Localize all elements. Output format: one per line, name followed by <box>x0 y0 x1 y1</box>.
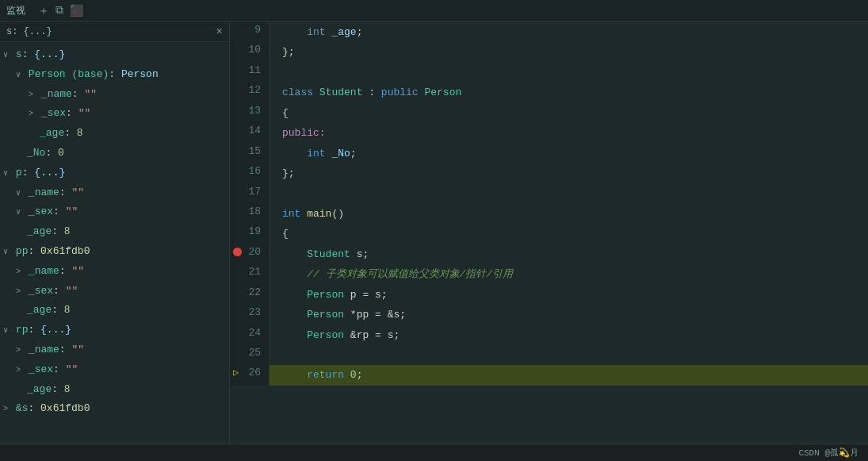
list-item[interactable]: > &s: 0x61fdb0 <box>0 399 229 419</box>
chevron-icon: > <box>29 90 33 99</box>
line-content: Person p = s; <box>270 285 868 305</box>
add-watch-icon[interactable]: ＋ <box>38 4 49 18</box>
line-content <box>270 63 868 83</box>
line-content: class Student : public Person <box>270 83 868 102</box>
collapse-icon[interactable]: ⬛ <box>70 4 83 18</box>
line-number: 9 <box>230 22 270 42</box>
line-content: int _age; <box>270 22 868 42</box>
code-line: 14 public: <box>230 123 868 143</box>
line-number: 15 <box>230 144 270 163</box>
code-line: 21 // 子类对象可以赋值给父类对象/指针/引用 <box>230 264 868 284</box>
panel-header: s: {...} × <box>0 22 229 42</box>
code-line: 20 Student s; <box>230 244 868 264</box>
list-item[interactable]: ∨ _name: "" <box>0 183 229 203</box>
list-item[interactable]: > _name: "" <box>0 262 229 282</box>
list-item[interactable]: ∨ Person (base): Person <box>0 65 229 85</box>
list-item[interactable]: ∨ s: {...} <box>0 45 229 65</box>
line-content: Person &rp = s; <box>270 325 868 345</box>
list-item[interactable]: > _sex: "" <box>0 360 229 380</box>
list-item[interactable]: > _name: "" <box>0 340 229 360</box>
list-item[interactable]: ∨ pp: 0x61fdb0 <box>0 242 229 262</box>
chevron-icon: > <box>3 405 8 413</box>
line-content: Student s; <box>270 244 868 264</box>
top-bar-title: 监视 <box>6 4 25 17</box>
code-line: 19 { <box>230 224 868 244</box>
chevron-icon: > <box>16 346 21 355</box>
line-number: 10 <box>230 42 270 62</box>
code-line: 24 Person &rp = s; <box>230 325 868 345</box>
list-item[interactable]: _No: 0 <box>0 144 229 163</box>
panel-close-button[interactable]: × <box>216 25 223 38</box>
code-editor: 9 int _age; 10 }; 11 12 class Student : … <box>230 22 868 386</box>
line-number-current: 26 <box>230 365 270 385</box>
line-content <box>270 184 868 204</box>
list-item[interactable]: ∨ _sex: "" <box>0 202 229 222</box>
list-item[interactable]: > _sex: "" <box>0 282 229 302</box>
line-content: { <box>270 103 868 123</box>
list-item[interactable]: ∨ rp: {...} <box>0 321 229 340</box>
code-line-current: 26 return 0; <box>230 365 868 385</box>
code-line: 15 int _No; <box>230 144 868 163</box>
line-content: return 0; <box>270 365 868 385</box>
left-panel: s: {...} × ∨ s: {...} ∨ Person (base): P… <box>0 22 230 444</box>
chevron-icon: ∨ <box>16 208 21 217</box>
line-number: 17 <box>230 184 270 204</box>
list-item[interactable]: _age: 8 <box>0 380 229 400</box>
line-number: 12 <box>230 83 270 102</box>
list-item[interactable]: _age: 8 <box>0 222 229 242</box>
code-line: 11 <box>230 63 868 83</box>
chevron-icon: ∨ <box>16 71 21 79</box>
breakpoint-dot <box>233 248 242 256</box>
list-item[interactable]: ∨ p: {...} <box>0 163 229 183</box>
chevron-icon: > <box>16 267 21 276</box>
top-bar: 监视 ＋ ⧉ ⬛ <box>0 0 868 22</box>
code-line: 12 class Student : public Person <box>230 83 868 102</box>
line-number: 19 <box>230 224 270 244</box>
panel-header-title: s: {...} <box>6 26 52 37</box>
line-content: }; <box>270 163 868 183</box>
code-line: 13 { <box>230 103 868 123</box>
line-content <box>270 345 868 365</box>
line-content: Person *pp = &s; <box>270 305 868 325</box>
chevron-icon: ∨ <box>16 189 21 198</box>
chevron-icon: > <box>29 109 33 118</box>
list-item[interactable]: _age: 8 <box>0 301 229 321</box>
bottom-bar-attribution: CSDN @孤💫月 <box>798 447 858 459</box>
line-number: 13 <box>230 103 270 123</box>
line-content: // 子类对象可以赋值给父类对象/指针/引用 <box>270 264 868 284</box>
code-panel: 9 int _age; 10 }; 11 12 class Student : … <box>230 22 868 444</box>
code-line: 16 }; <box>230 163 868 183</box>
bottom-bar: CSDN @孤💫月 <box>0 444 868 461</box>
line-number: 22 <box>230 285 270 305</box>
line-number: 23 <box>230 305 270 325</box>
code-line: 9 int _age; <box>230 22 868 42</box>
debug-tree: ∨ s: {...} ∨ Person (base): Person > _na… <box>0 42 229 422</box>
code-line: 17 <box>230 184 868 204</box>
line-content: { <box>270 224 868 244</box>
chevron-icon: > <box>16 366 21 375</box>
line-number: 24 <box>230 325 270 345</box>
code-line: 18 int main() <box>230 204 868 224</box>
top-bar-icons: ＋ ⧉ ⬛ <box>38 4 83 18</box>
line-number: 21 <box>230 264 270 284</box>
line-content: int main() <box>270 204 868 224</box>
chevron-icon: ∨ <box>3 169 8 178</box>
code-line: 22 Person p = s; <box>230 285 868 305</box>
line-content: public: <box>270 123 868 143</box>
main-layout: s: {...} × ∨ s: {...} ∨ Person (base): P… <box>0 22 868 444</box>
code-line: 23 Person *pp = &s; <box>230 305 868 325</box>
line-number: 16 <box>230 163 270 183</box>
line-number: 18 <box>230 204 270 224</box>
line-number: 20 <box>230 244 270 264</box>
code-line: 10 }; <box>230 42 868 62</box>
list-item[interactable]: > _sex: "" <box>0 104 229 124</box>
refresh-icon[interactable]: ⧉ <box>55 4 63 18</box>
list-item[interactable]: > _name: "" <box>0 85 229 105</box>
line-number: 14 <box>230 123 270 143</box>
chevron-icon: ∨ <box>3 248 8 256</box>
chevron-icon: ∨ <box>3 51 8 60</box>
line-content: }; <box>270 42 868 62</box>
list-item[interactable]: _age: 8 <box>0 124 229 144</box>
line-number: 25 <box>230 345 270 365</box>
chevron-icon: > <box>16 287 21 296</box>
